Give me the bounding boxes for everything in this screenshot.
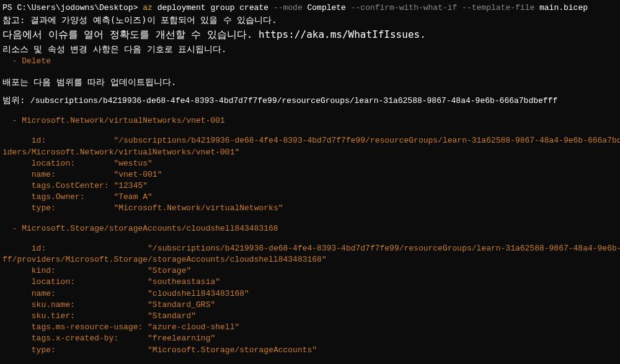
res2-location: location: "southeastasia" [2, 277, 618, 288]
res2-id-cont: ff/providers/Microsoft.Storage/storageAc… [2, 254, 618, 265]
res1-type: type: "Microsoft.Network/virtualNetworks… [2, 203, 618, 214]
val-complete: Complete [308, 3, 346, 12]
resource-2-header: - Microsoft.Storage/storageAccounts/clou… [2, 223, 618, 234]
note-symbols: 리소스 및 속성 변경 사항은 다음 기호로 표시됩니다. [2, 43, 618, 56]
res2-tag-mru: tags.ms-resource-usage: "azure-cloud-she… [2, 322, 618, 333]
res1-location: location: "westus" [2, 158, 618, 169]
res1-owner: tags.Owner: "Team A" [2, 192, 618, 203]
flags-rest: --confirm-with-what-if --template-file [346, 3, 539, 12]
res2-name: name: "cloudshell843483168" [2, 288, 618, 300]
cmd-args: deployment group create [153, 3, 273, 12]
ps-prompt: PS C:\Users\jodowns\Desktop> [2, 3, 143, 12]
note-update-scope: 배포는 다음 범위를 따라 업데이트됩니다. [2, 76, 618, 89]
scope-line: 범위: /subscriptions/b4219936-de68-4fe4-83… [2, 94, 618, 107]
delete-symbol: - Delete [2, 56, 618, 67]
terminal-output: PS C:\Users\jodowns\Desktop> az deployme… [2, 2, 618, 364]
val-bicep: main.bicep [539, 3, 588, 12]
note-issues: 다음에서 이슈를 열어 정확도를 개선할 수 있습니다. https://aka… [2, 27, 618, 43]
res1-id-cont: iders/Microsoft.Network/virtualNetworks/… [2, 147, 618, 158]
res2-kind: kind: "Storage" [2, 265, 618, 277]
command-line: PS C:\Users\jodowns\Desktop> az deployme… [2, 2, 618, 14]
res1-costcenter: tags.CostCenter: "12345" [2, 180, 618, 192]
flag-mode: --mode [273, 3, 308, 12]
res2-id: id: "/subscriptions/b4219936-de68-4fe4-8… [2, 243, 618, 254]
resource-1-header: - Microsoft.Network/virtualNetworks/vnet… [2, 115, 618, 127]
cmd-az: az [143, 3, 153, 12]
note-noise: 참고: 결과에 가양성 예측(노이즈)이 포함되어 있을 수 있습니다. [2, 14, 618, 27]
res1-name: name: "vnet-001" [2, 169, 618, 180]
res2-type: type: "Microsoft.Storage/storageAccounts… [2, 345, 618, 356]
res1-id: id: "/subscriptions/b4219936-de68-4fe4-8… [2, 135, 618, 146]
res2-skutier: sku.tier: "Standard" [2, 311, 618, 322]
res2-skuname: sku.name: "Standard_GRS" [2, 300, 618, 311]
whatif-url: https://aka.ms/WhatIfIssues [259, 29, 420, 40]
res2-tag-xcb: tags.x-created-by: "freelearning" [2, 333, 618, 344]
